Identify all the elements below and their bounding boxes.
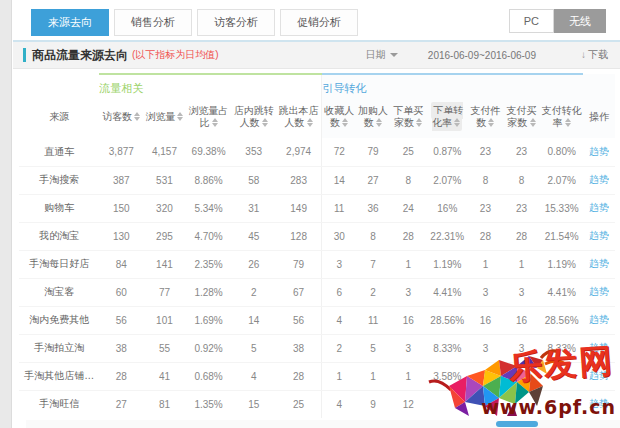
column-header-加购人数[interactable]: 加购人数	[356, 96, 390, 138]
value-cell: 353	[232, 138, 276, 166]
value-cell: 15	[232, 390, 276, 418]
report-header-bar: 商品流量来源去向 (以下指标为日均值) 日期 2016-06-09~2016-0…	[13, 40, 620, 69]
column-header-支付件数[interactable]: 支付件数	[468, 96, 502, 138]
value-cell: 4	[322, 306, 356, 334]
value-cell: 36	[356, 194, 390, 222]
analytics-page: 来源去向销售分析访客分析促销分析 PC 无线 商品流量来源去向 (以下指标为日均…	[13, 0, 620, 428]
trend-link[interactable]: 趋势	[589, 286, 609, 297]
action-cell: 趋势	[583, 390, 615, 418]
source-cell: 淘内免费其他	[19, 306, 99, 334]
value-cell: 58	[232, 166, 276, 194]
value-cell: 5	[356, 334, 390, 362]
table-row: 淘内免费其他561011.69%14564111628.56%161628.56…	[19, 306, 615, 334]
value-cell: 3.58%	[426, 362, 468, 390]
trend-link[interactable]: 趋势	[589, 230, 609, 241]
wireless-toggle-button[interactable]: 无线	[554, 9, 606, 33]
sort-icon[interactable]	[177, 112, 183, 121]
tab-促销分析[interactable]: 促销分析	[280, 9, 358, 36]
value-cell: 4.70%	[186, 222, 232, 250]
horizontal-scrollbar[interactable]	[26, 420, 620, 428]
table-row: 手淘每日好店841412.35%26793711.19%111.19%趋势	[19, 250, 615, 278]
table-row: 淘宝客60771.28%2676234.41%334.41%趋势	[19, 278, 615, 306]
value-cell: 1	[390, 250, 426, 278]
sort-icon[interactable]	[262, 118, 268, 127]
value-cell: 387	[99, 166, 143, 194]
tab-销售分析[interactable]: 销售分析	[114, 9, 192, 36]
trend-link[interactable]: 趋势	[589, 202, 609, 213]
value-cell: 320	[143, 194, 185, 222]
sort-icon[interactable]	[376, 118, 382, 127]
source-cell: 手淘拍立淘	[19, 334, 99, 362]
sort-icon[interactable]	[565, 118, 571, 127]
column-header-下单转化率[interactable]: 下单转化率	[426, 96, 468, 138]
value-cell: 4.41%	[426, 278, 468, 306]
table-row: 购物车1503205.34%3114911362416%232315.33%趋势	[19, 194, 615, 222]
value-cell: 38	[99, 334, 143, 362]
value-cell: 1.28%	[186, 278, 232, 306]
value-cell: 41	[143, 362, 185, 390]
value-cell: 23	[468, 194, 502, 222]
value-cell: 3	[390, 334, 426, 362]
value-cell: 28	[502, 222, 540, 250]
sort-icon[interactable]	[454, 118, 460, 127]
column-header-source: 来源	[19, 96, 99, 138]
value-cell: 2	[356, 278, 390, 306]
value-cell: 67	[276, 278, 322, 306]
trend-link[interactable]: 趋势	[589, 146, 609, 157]
pc-toggle-button[interactable]: PC	[509, 9, 554, 33]
value-cell: 30	[322, 222, 356, 250]
date-range-value[interactable]: 2016-06-09~2016-06-09	[428, 50, 536, 61]
value-cell: 60	[99, 278, 143, 306]
sort-icon[interactable]	[342, 118, 348, 127]
sort-icon[interactable]	[530, 118, 536, 127]
download-button[interactable]: ↓下载	[581, 48, 608, 62]
column-header-跳出本店人数[interactable]: 跳出本店人数	[276, 96, 322, 138]
table-row: 手淘搜索3875318.86%58283142782.07%882.07%趋势	[19, 166, 615, 194]
column-header-浏览量[interactable]: 浏览量	[143, 96, 185, 138]
tab-来源去向[interactable]: 来源去向	[31, 9, 109, 36]
action-cell: 趋势	[583, 166, 615, 194]
date-dropdown[interactable]: 日期	[366, 48, 398, 62]
value-cell: 11	[322, 194, 356, 222]
trend-link[interactable]: 趋势	[589, 398, 609, 409]
value-cell: 2	[322, 334, 356, 362]
sort-icon[interactable]	[488, 118, 494, 127]
value-cell: 130	[99, 222, 143, 250]
table-row: 手淘其他店铺…28410.68%4281113.58%0趋势	[19, 362, 615, 390]
value-cell: 9	[356, 390, 390, 418]
trend-link[interactable]: 趋势	[589, 342, 609, 353]
trend-link[interactable]: 趋势	[589, 258, 609, 269]
column-header-支付转化率[interactable]: 支付转化率	[541, 96, 583, 138]
sort-icon[interactable]	[212, 118, 218, 127]
value-cell	[468, 390, 502, 418]
trend-link[interactable]: 趋势	[589, 370, 609, 381]
action-cell: 趋势	[583, 194, 615, 222]
trend-link[interactable]: 趋势	[589, 314, 609, 325]
tab-访客分析[interactable]: 访客分析	[197, 9, 275, 36]
sort-icon[interactable]	[416, 118, 422, 127]
value-cell: 1	[468, 250, 502, 278]
sort-icon[interactable]	[307, 118, 313, 127]
accent-bar	[23, 48, 26, 62]
value-cell: 4,157	[143, 138, 185, 166]
value-cell: 3	[502, 278, 540, 306]
value-cell: 2.35%	[186, 250, 232, 278]
value-cell: 55	[143, 334, 185, 362]
trend-link[interactable]: 趋势	[589, 174, 609, 185]
value-cell: 8.86%	[186, 166, 232, 194]
value-cell: 149	[276, 194, 322, 222]
column-header-店内跳转人数[interactable]: 店内跳转人数	[232, 96, 276, 138]
value-cell: 1	[390, 362, 426, 390]
chevron-down-icon	[390, 53, 398, 57]
column-header-浏览量占比[interactable]: 浏览量占比	[186, 96, 232, 138]
value-cell: 150	[99, 194, 143, 222]
column-header-收藏人数[interactable]: 收藏人数	[322, 96, 356, 138]
left-gutter	[0, 0, 12, 428]
column-header-支付买家数[interactable]: 支付买家数	[502, 96, 540, 138]
value-cell: 0.87%	[426, 138, 468, 166]
source-cell: 手淘每日好店	[19, 250, 99, 278]
column-header-访客数[interactable]: 访客数	[99, 96, 143, 138]
scrollbar-thumb[interactable]	[496, 421, 538, 427]
column-header-下单买家数[interactable]: 下单买家数	[390, 96, 426, 138]
sort-icon[interactable]	[134, 112, 140, 121]
